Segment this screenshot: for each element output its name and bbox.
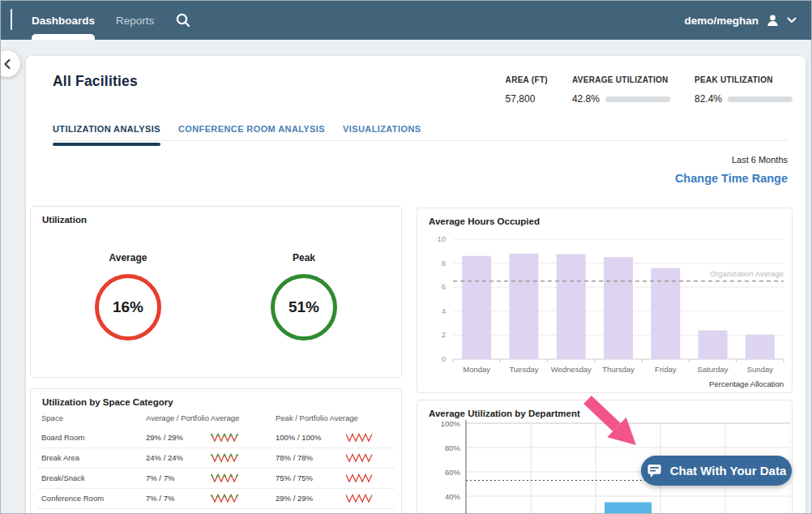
- sparkline: [345, 452, 373, 463]
- space-name: Break Area: [41, 453, 79, 462]
- panel-title: Utilization by Space Category: [42, 397, 173, 407]
- dashboard-card: All Facilities AREA (FT) 57,800 AVERAGE …: [26, 56, 806, 514]
- average-value: 7% / 7%: [146, 473, 174, 482]
- gauge-circle: 16%: [95, 274, 161, 341]
- search-icon[interactable]: [175, 12, 191, 28]
- svg-text:2: 2: [442, 330, 446, 339]
- panel-utilization: Utilization Average 16% Peak 51%: [30, 206, 402, 378]
- table-row: Corridor43% / 43%94% / 94%: [37, 509, 395, 514]
- nav-divider: [11, 9, 12, 30]
- svg-text:Tuesday: Tuesday: [509, 365, 538, 374]
- svg-text:100%: 100%: [441, 419, 461, 428]
- top-nav: Dashboards Reports demo/meghan: [1, 1, 811, 40]
- gauge-label: Average: [63, 252, 193, 263]
- svg-text:4: 4: [442, 306, 446, 315]
- sparkline: [211, 452, 238, 463]
- bar-monday[interactable]: [462, 256, 491, 359]
- bar-wednesday[interactable]: [557, 255, 586, 360]
- stat-peak-utilization: PEAK UTILIZATION 82.4%: [694, 75, 793, 105]
- change-time-range-link[interactable]: Change Time Range: [675, 172, 788, 185]
- bar-thursday[interactable]: [604, 257, 633, 359]
- gauge-circle: 51%: [271, 274, 337, 341]
- tab-utilization-analysis[interactable]: UTILIZATION ANALYSIS: [53, 124, 160, 140]
- space-name: Break/Snack: [41, 473, 85, 482]
- nav-item-reports[interactable]: Reports: [116, 15, 154, 27]
- sparkline: [345, 473, 373, 483]
- app-window: Dashboards Reports demo/meghan All Fa: [0, 0, 812, 514]
- tabs-divider: [53, 140, 788, 141]
- tab-conference-room-analysis[interactable]: CONFERENCE ROOM ANALYSIS: [178, 124, 325, 140]
- svg-text:Saturday: Saturday: [698, 365, 729, 374]
- gauge-label: Peak: [239, 252, 369, 263]
- chat-button-label: Chat With Your Data: [670, 464, 786, 478]
- gauge-average: Average 16%: [63, 252, 193, 341]
- chevron-left-icon: [2, 58, 12, 70]
- average-value: 29% / 29%: [146, 433, 183, 442]
- col-header-average: Average / Portfolio Average: [146, 413, 239, 422]
- sparkline: [211, 493, 238, 503]
- peak-value: 100% / 100%: [276, 433, 322, 442]
- back-button[interactable]: [0, 50, 20, 77]
- svg-text:Friday: Friday: [655, 365, 677, 374]
- panel-title: Utilization: [42, 215, 87, 225]
- peak-value: 78% / 78%: [276, 453, 313, 462]
- hours-occupied-chart: 0246810MondayTuesdayWednesdayThursdayFri…: [424, 229, 788, 385]
- gauge-value: 16%: [113, 298, 143, 316]
- stat-label: AVERAGE UTILIZATION: [572, 75, 670, 84]
- tab-visualizations[interactable]: VISUALIZATIONS: [343, 124, 421, 140]
- bar-sunday[interactable]: [746, 335, 775, 359]
- gauge-value: 51%: [288, 298, 319, 316]
- stat-label: AREA (FT): [506, 75, 548, 84]
- peak-value: 29% / 29%: [276, 494, 313, 503]
- svg-text:Organization Average: Organization Average: [710, 269, 784, 278]
- department-bar[interactable]: [605, 503, 652, 514]
- chat-with-your-data-button[interactable]: Chat With Your Data: [641, 456, 792, 486]
- svg-text:40%: 40%: [445, 492, 461, 501]
- chat-icon: [647, 464, 662, 478]
- stat-average-utilization: AVERAGE UTILIZATION 42.8%: [572, 75, 670, 105]
- sparkline: [211, 432, 238, 443]
- panel-space-category-table: Utilization by Space Category Space Aver…: [30, 388, 402, 514]
- col-header-space: Space: [41, 413, 63, 422]
- chevron-down-icon: [787, 17, 797, 24]
- user-menu[interactable]: demo/meghan: [684, 14, 797, 28]
- panel-title: Average Utilization by Department: [429, 409, 580, 418]
- user-name: demo/meghan: [684, 15, 759, 27]
- table-row: Conference Room7% / 7%29% / 29%: [37, 489, 395, 509]
- svg-text:60%: 60%: [445, 468, 461, 477]
- table-body: Board Room29% / 29%100% / 100%Break Area…: [37, 428, 395, 514]
- average-value: 24% / 24%: [146, 453, 183, 462]
- bar-tuesday[interactable]: [509, 254, 538, 359]
- svg-text:10: 10: [437, 234, 446, 243]
- tab-bar: UTILIZATION ANALYSIS CONFERENCE ROOM ANA…: [53, 124, 421, 140]
- stat-value: 82.4%: [694, 93, 722, 105]
- svg-text:Thursday: Thursday: [602, 365, 635, 374]
- svg-text:6: 6: [442, 282, 446, 291]
- peak-value: 75% / 75%: [276, 473, 313, 482]
- chart-footer-label: Percentage Allocation: [709, 379, 784, 388]
- summary-stats: AREA (FT) 57,800 AVERAGE UTILIZATION 42.…: [506, 75, 793, 105]
- progress-track: [728, 96, 793, 102]
- progress-track: [605, 96, 670, 102]
- svg-text:0: 0: [442, 354, 446, 363]
- hours-chart-svg: 0246810MondayTuesdayWednesdayThursdayFri…: [424, 229, 788, 382]
- active-nav-indicator: [32, 34, 95, 40]
- svg-text:8: 8: [442, 259, 446, 268]
- svg-text:Wednesday: Wednesday: [551, 365, 592, 374]
- stat-label: PEAK UTILIZATION: [694, 75, 793, 84]
- sparkline: [345, 493, 373, 503]
- space-name: Conference Room: [41, 494, 104, 503]
- col-header-peak: Peak / Portfolio Average: [276, 413, 358, 422]
- sparkline: [345, 432, 373, 443]
- space-name: Board Room: [41, 433, 84, 442]
- bar-saturday[interactable]: [699, 330, 728, 359]
- average-value: 7% / 7%: [146, 494, 174, 503]
- nav-item-dashboards[interactable]: Dashboards: [32, 15, 95, 27]
- panel-title: Average Hours Occupied: [429, 216, 540, 226]
- table-row: Break Area24% / 24%78% / 78%: [37, 448, 395, 469]
- gauge-peak: Peak 51%: [239, 252, 369, 341]
- panel-average-hours-occupied: Average Hours Occupied 0246810MondayTues…: [417, 208, 793, 393]
- table-row: Board Room29% / 29%100% / 100%: [37, 428, 395, 448]
- svg-text:80%: 80%: [445, 443, 461, 452]
- page-title: All Facilities: [53, 73, 138, 90]
